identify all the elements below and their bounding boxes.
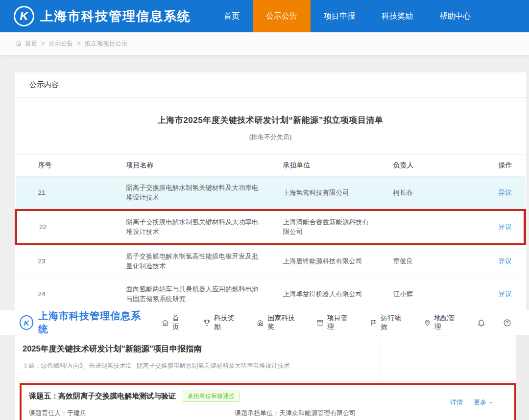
portal-logo-icon: K — [20, 315, 33, 330]
page-gap — [0, 55, 529, 72]
nav-item-help-center[interactable]: 帮助中心 — [426, 0, 484, 32]
nav-item-project-apply[interactable]: 项目申报 — [311, 0, 368, 32]
table-row-highlighted: 22 阴离子交换膜电解水制氢关键材料及大功率电堆设计技术 上海清能合睿兹新能源科… — [16, 210, 525, 244]
portal-nav-label: 项目管理 — [327, 314, 349, 331]
flag-icon — [370, 319, 377, 327]
nav-item-home[interactable]: 首页 — [211, 0, 253, 32]
col-header-no: 序号 — [16, 155, 104, 177]
objection-link[interactable]: 异议 — [499, 189, 512, 196]
topic-leader-label: 课题责任人： — [29, 409, 67, 417]
col-header-org: 承担单位 — [261, 155, 371, 177]
cell-no: 23 — [16, 244, 104, 278]
cell-project: 质子交换膜电解水制氢高性能膜电极开发及批量化制造技术 — [104, 244, 261, 278]
objection-link[interactable]: 异议 — [499, 223, 512, 231]
cell-no: 24 — [16, 278, 104, 311]
topic-card-highlighted: 课题五：高效阴离子交换膜电解堆测试与验证 承担单位审核通过 课题责任人：于建兵 … — [20, 383, 516, 420]
portal-nav-label: 科技奖励 — [214, 314, 236, 331]
breadcrumb: 首页 > 公示公告 > 拟立项项目公示 — [0, 32, 529, 55]
portal-nav: 首页 科技奖励 国家科技奖 项目管理 运行绩效 — [162, 314, 529, 331]
table-row: 24 面向氢能两轮车与具身机器人应用的燃料电池与固态储氢系统研究 上海卓益得机器… — [16, 278, 525, 311]
pin-icon — [424, 319, 431, 327]
portal-nav-project-mgmt[interactable]: 项目管理 — [316, 314, 349, 331]
cell-org: 上海清能合睿兹新能源科技有限公司 — [261, 210, 371, 244]
cell-org: 上海氢鸾科技有限公司 — [261, 177, 371, 210]
more-link[interactable]: 更多 — [474, 398, 494, 407]
guide-title: 2025年度关键技术研发计划"新能源"项目申报指南 — [23, 344, 529, 354]
col-header-leader: 负责人 — [371, 155, 477, 177]
guide-section: 2025年度关键技术研发计划"新能源"项目申报指南 专题：绿色燃料/方向3、先进… — [15, 335, 529, 382]
award-icon — [257, 319, 264, 327]
cell-project: 面向氢能两轮车与具身机器人应用的燃料电池与固态储氢系统研究 — [104, 278, 261, 311]
notification-bell-icon[interactable] — [477, 319, 485, 327]
list-title: 上海市2025年度关键技术研发计划“新能源”拟立项项目清单 — [15, 115, 526, 126]
table-row: 23 质子交换膜电解水制氢高性能膜电极开发及批量化制造技术 上海唐锋能源科技有限… — [16, 244, 525, 278]
portal-header: K 上海市科技管理信息系统 首页 科技奖励 国家科技奖 项目管理 — [0, 310, 529, 335]
portal-nav-label: 首页 — [172, 314, 183, 331]
detail-link[interactable]: 详情 — [450, 398, 463, 407]
cell-project: 阴离子交换膜电解水制氢关键材料及大功率电堆设计技术 — [104, 210, 261, 244]
breadcrumb-current: 拟立项项目公示 — [85, 40, 128, 48]
portal-nav-site-mgmt[interactable]: 地配管理 — [424, 314, 457, 331]
topic-org: 课题承担单位：天津众和能源管理有限公司 — [235, 409, 356, 418]
portal-nav-tech-awards[interactable]: 科技奖励 — [203, 314, 236, 331]
portal-body: 2025年度关键技术研发计划"新能源"项目申报指南 专题：绿色燃料/方向3、先进… — [15, 335, 529, 420]
col-header-action: 操作 — [477, 155, 525, 177]
cell-org: 上海唐锋能源科技有限公司 — [261, 244, 371, 278]
portal-nav-label: 国家科技奖 — [267, 314, 296, 331]
table-row: 21 阴离子交换膜电解水制氢关键材料及大功率电堆设计技术 上海氢鸾科技有限公司 … — [16, 177, 525, 210]
status-badge: 承担单位审核通过 — [183, 391, 240, 402]
nav-item-announcements[interactable]: 公示公告 — [253, 0, 311, 32]
breadcrumb-home[interactable]: 首页 — [25, 40, 37, 48]
logo-icon: K — [14, 6, 34, 26]
col-header-project: 项目名称 — [104, 155, 261, 177]
list-subtitle: (排名不分先后) — [15, 133, 526, 141]
topic-leader: 课题责任人：于建兵 — [29, 409, 235, 418]
nav-item-tech-awards[interactable]: 科技奖励 — [368, 0, 426, 32]
cell-no: 22 — [16, 210, 104, 244]
brand: K 上海市科技管理信息系统 — [0, 0, 191, 32]
topic-org-label: 课题承担单位： — [235, 409, 279, 417]
objection-link[interactable]: 异议 — [499, 290, 512, 298]
home-icon — [162, 319, 169, 327]
help-icon[interactable] — [503, 319, 511, 327]
topic-leader-value: 于建兵 — [67, 409, 86, 417]
projects-table: 序号 项目名称 承担单位 负责人 操作 21 阴离子交换膜电解水制氢关键材料及大… — [15, 154, 526, 310]
objection-link[interactable]: 异议 — [499, 257, 512, 265]
topic-org-value: 天津众和能源管理有限公司 — [279, 409, 356, 417]
top-header: K 上海市科技管理信息系统 首页 公示公告 项目申报 科技奖励 帮助中心 — [0, 0, 529, 32]
vertical-divider — [381, 338, 381, 381]
vertical-divider — [515, 338, 515, 381]
cell-project: 阴离子交换膜电解水制氢关键材料及大功率电堆设计技术 — [104, 177, 261, 210]
cell-leader: 江小辉 — [371, 278, 477, 311]
app-title: 上海市科技管理信息系统 — [40, 8, 191, 25]
cell-leader: 章俊良 — [371, 244, 477, 278]
portal-nav-performance[interactable]: 运行绩效 — [370, 314, 403, 331]
portal-nav-label: 地配管理 — [434, 314, 457, 331]
announcement-card: 公示内容 上海市2025年度关键技术研发计划“新能源”拟立项项目清单 (排名不分… — [15, 72, 526, 310]
portal-nav-home[interactable]: 首页 — [162, 314, 183, 331]
cell-org: 上海卓益得机器人有限公司 — [261, 278, 371, 311]
archive-icon — [316, 319, 324, 327]
table-header-row: 序号 项目名称 承担单位 负责人 操作 — [16, 155, 525, 177]
portal-nav-national-award[interactable]: 国家科技奖 — [257, 314, 296, 331]
portal-nav-label: 运行绩效 — [381, 314, 403, 331]
main-nav: 首页 公示公告 项目申报 科技奖励 帮助中心 — [211, 0, 529, 32]
breadcrumb-announcements[interactable]: 公示公告 — [48, 40, 73, 48]
breadcrumb-separator: > — [77, 40, 80, 47]
breadcrumb-separator: > — [41, 40, 45, 47]
topic-title: 课题五：高效阴离子交换膜电解堆测试与验证 — [29, 392, 176, 401]
trophy-icon — [203, 319, 211, 327]
chevron-down-icon — [488, 400, 494, 405]
topic-section: 课题五：高效阴离子交换膜电解堆测试与验证 承担单位审核通过 课题责任人：于建兵 … — [15, 382, 529, 420]
cell-leader: 柯长春 — [371, 177, 477, 210]
more-link-label: 更多 — [474, 398, 486, 407]
guide-topic: 专题：绿色燃料/方向3、先进制氢技术/2、阴离子交换膜电解水制氢关键材料及大功率… — [23, 362, 529, 370]
cell-leader — [371, 210, 477, 244]
portal-title: 上海市科技管理信息系统 — [38, 309, 143, 336]
cell-no: 21 — [16, 177, 104, 210]
card-section-title: 公示内容 — [15, 72, 526, 98]
home-icon — [16, 41, 22, 47]
